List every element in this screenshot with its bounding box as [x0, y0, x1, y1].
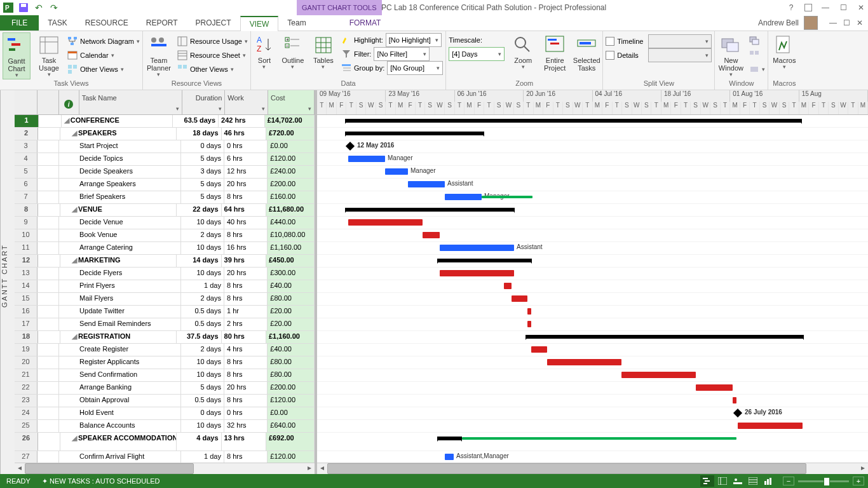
task-name-cell[interactable]: ◢VENUE — [60, 204, 177, 216]
work-cell[interactable]: 13 hrs — [222, 433, 266, 451]
task-bar[interactable] — [504, 283, 512, 289]
task-bar[interactable] — [445, 454, 454, 460]
task-name-cell[interactable]: Send Email Reminders — [59, 318, 181, 330]
task-name-cell[interactable]: Register Applicants — [59, 356, 181, 369]
summary-bar[interactable] — [345, 208, 515, 212]
cost-cell[interactable]: £240.00 — [268, 166, 315, 178]
task-mode-cell[interactable] — [37, 153, 59, 165]
row-number[interactable]: 18 — [15, 331, 38, 343]
gantt-row[interactable] — [317, 280, 868, 293]
task-name-cell[interactable]: ◢MARKETING — [60, 255, 177, 267]
gantt-row[interactable] — [317, 268, 868, 280]
task-bar[interactable] — [440, 270, 514, 276]
table-row[interactable]: 7Brief Speakers5 days8 hrs£160.00 — [15, 191, 315, 204]
table-row[interactable]: 1◢CONFERENCE63.5 days242 hrs£14,702.00 — [15, 115, 315, 128]
duration-cell[interactable]: 0 days — [181, 407, 224, 419]
task-name-cell[interactable]: Mail Flyers — [59, 293, 181, 305]
help-icon[interactable]: ? — [787, 3, 796, 12]
header-indicators[interactable] — [37, 90, 59, 114]
redo-icon[interactable]: ↷ — [48, 2, 60, 13]
row-number[interactable]: 16 — [15, 306, 37, 318]
row-number[interactable]: 3 — [15, 140, 37, 152]
gantt-row[interactable] — [317, 331, 868, 344]
arrange-all-button[interactable] — [749, 49, 765, 62]
task-name-cell[interactable]: Confirm Arrival Flight — [59, 451, 181, 463]
avatar[interactable] — [804, 16, 818, 30]
task-bar[interactable] — [445, 194, 482, 200]
task-name-cell[interactable]: Decide Topics — [59, 153, 181, 165]
task-name-cell[interactable]: ◢CONFERENCE — [62, 115, 173, 127]
duration-cell[interactable]: 10 days — [181, 268, 224, 280]
work-cell[interactable]: 16 hrs — [224, 242, 268, 254]
gantt-row[interactable] — [317, 204, 868, 217]
task-mode-cell[interactable] — [39, 115, 62, 127]
table-row[interactable]: 8◢VENUE22 days64 hrs£11,680.00 — [15, 204, 315, 217]
task-bar[interactable] — [512, 295, 527, 302]
table-row[interactable]: 22Arrange Banking5 days20 hrs£200.00 — [15, 382, 315, 395]
tab-task[interactable]: TASK — [39, 15, 76, 30]
header-info[interactable]: i — [59, 90, 79, 114]
task-mode-cell[interactable] — [37, 191, 59, 203]
table-row[interactable]: 15Mail Flyers2 days8 hrs£80.00 — [15, 293, 315, 306]
task-bar[interactable] — [423, 232, 440, 238]
gantt-hscroll[interactable]: ◂▸ — [317, 463, 868, 474]
outline-button[interactable]: +− Outline▾ — [280, 32, 306, 71]
table-row[interactable]: 18◢REGISTRATION37.5 days80 hrs£1,160.00 — [15, 331, 315, 344]
mdi-minimize-icon[interactable]: — — [829, 18, 837, 27]
header-work[interactable]: Work▾ — [225, 90, 268, 114]
user-name[interactable]: Andrew Bell — [758, 18, 799, 27]
row-number[interactable]: 15 — [15, 293, 37, 305]
groupby-dropdown[interactable]: [No Group]▾ — [387, 61, 443, 75]
task-bar[interactable] — [527, 308, 531, 315]
tab-view[interactable]: VIEW — [240, 16, 279, 31]
gantt-row[interactable]: Assistant — [317, 242, 868, 255]
duration-cell[interactable]: 0.5 days — [181, 318, 224, 330]
work-cell[interactable]: 64 hrs — [222, 204, 266, 216]
tables-button[interactable]: Tables▾ — [311, 32, 336, 71]
tab-resource[interactable]: RESOURCE — [76, 15, 137, 30]
table-row[interactable]: 11Arrange Catering10 days16 hrs£1,160.00 — [15, 242, 315, 255]
work-cell[interactable]: 80 hrs — [222, 331, 266, 343]
task-mode-cell[interactable] — [38, 331, 60, 343]
task-name-cell[interactable]: Create Register — [59, 344, 181, 356]
sort-button[interactable]: AZ Sort▾ — [254, 32, 275, 71]
task-bar[interactable] — [385, 168, 408, 175]
row-number[interactable]: 12 — [15, 255, 38, 267]
table-row[interactable]: 20Register Applicants10 days8 hrs£80.00 — [15, 356, 315, 369]
timescale-dropdown[interactable]: [4] Days▾ — [449, 47, 505, 61]
task-usage-button[interactable]: Task Usage▾ — [36, 32, 62, 78]
row-number[interactable]: 7 — [15, 191, 37, 203]
work-cell[interactable]: 242 hrs — [219, 115, 265, 127]
resource-sheet-button[interactable]: Resource Sheet▾ — [177, 49, 248, 62]
other-views-1-button[interactable]: Other Views▾ — [67, 63, 140, 76]
row-number[interactable]: 26 — [15, 433, 38, 451]
summary-bar[interactable] — [437, 259, 532, 262]
task-bar[interactable] — [547, 359, 621, 365]
gantt-row[interactable] — [317, 217, 868, 229]
task-mode-cell[interactable] — [37, 451, 59, 463]
entire-project-button[interactable]: Entire Project — [541, 32, 568, 72]
duration-cell[interactable]: 0.5 days — [181, 306, 224, 318]
table-row[interactable]: 19Create Register2 days4 hrs£40.00 — [15, 344, 315, 356]
table-row[interactable]: 2◢SPEAKERS18 days46 hrs£720.00 — [15, 128, 315, 140]
cost-cell[interactable]: £640.00 — [268, 420, 315, 432]
gantt-row[interactable]: Assistant,Manager — [317, 451, 868, 463]
status-newtasks[interactable]: ✦ NEW TASKS : AUTO SCHEDULED — [42, 477, 160, 485]
duration-cell[interactable]: 2 days — [181, 229, 224, 241]
table-row[interactable]: 9Decide Venue10 days40 hrs£440.00 — [15, 217, 315, 229]
cost-cell[interactable]: £450.00 — [266, 255, 315, 267]
duration-cell[interactable]: 10 days — [181, 369, 224, 381]
task-name-cell[interactable]: ◢REGISTRATION — [60, 331, 177, 343]
work-cell[interactable]: 0 hrs — [224, 140, 268, 152]
task-mode-cell[interactable] — [38, 433, 60, 451]
cost-cell[interactable]: £14,702.00 — [265, 115, 315, 127]
duration-cell[interactable]: 0 days — [181, 140, 224, 152]
work-cell[interactable]: 46 hrs — [222, 128, 266, 140]
cost-cell[interactable]: £300.00 — [268, 268, 315, 280]
task-bar[interactable] — [696, 384, 733, 391]
table-row[interactable]: 23Obtain Approval0.5 days8 hrs£120.00 — [15, 395, 315, 407]
cost-cell[interactable]: £0.00 — [268, 140, 315, 152]
duration-cell[interactable]: 14 days — [177, 255, 221, 267]
work-cell[interactable]: 6 hrs — [224, 153, 268, 165]
task-name-cell[interactable]: Decide Speakers — [59, 166, 181, 178]
